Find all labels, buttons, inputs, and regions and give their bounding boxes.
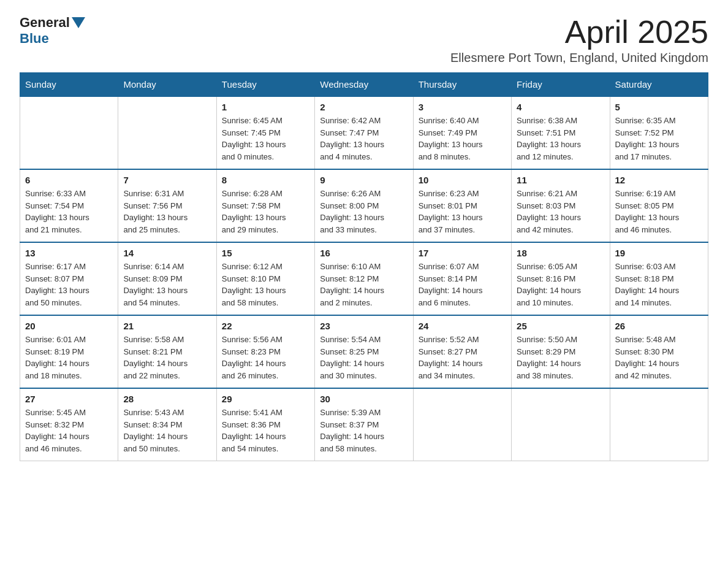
calendar-day-cell: 16Sunrise: 6:10 AM Sunset: 8:12 PM Dayli… [315, 242, 413, 315]
day-info: Sunrise: 6:17 AM Sunset: 8:07 PM Dayligh… [25, 261, 113, 308]
calendar-empty-cell [118, 96, 216, 169]
day-number: 28 [123, 394, 211, 404]
logo-arrow-icon [72, 17, 85, 28]
day-number: 2 [320, 102, 408, 112]
day-info: Sunrise: 6:01 AM Sunset: 8:19 PM Dayligh… [25, 334, 113, 381]
day-number: 21 [123, 321, 211, 331]
calendar-col-header-tuesday: Tuesday [216, 73, 314, 97]
logo-general-text: General [20, 15, 70, 31]
calendar-day-cell: 10Sunrise: 6:23 AM Sunset: 8:01 PM Dayli… [413, 169, 511, 242]
calendar-empty-cell [413, 388, 511, 461]
day-info: Sunrise: 5:58 AM Sunset: 8:21 PM Dayligh… [123, 334, 211, 381]
calendar-day-cell: 5Sunrise: 6:35 AM Sunset: 7:52 PM Daylig… [610, 96, 708, 169]
day-info: Sunrise: 5:50 AM Sunset: 8:29 PM Dayligh… [517, 334, 604, 381]
day-info: Sunrise: 6:42 AM Sunset: 7:47 PM Dayligh… [320, 115, 408, 163]
calendar-day-cell: 29Sunrise: 5:41 AM Sunset: 8:36 PM Dayli… [216, 388, 314, 461]
day-number: 4 [517, 102, 604, 112]
calendar-day-cell: 15Sunrise: 6:12 AM Sunset: 8:10 PM Dayli… [216, 242, 314, 315]
day-info: Sunrise: 6:31 AM Sunset: 7:56 PM Dayligh… [123, 188, 211, 236]
calendar-day-cell: 30Sunrise: 5:39 AM Sunset: 8:37 PM Dayli… [315, 388, 413, 461]
calendar-col-header-monday: Monday [118, 73, 216, 97]
day-info: Sunrise: 6:10 AM Sunset: 8:12 PM Dayligh… [320, 261, 408, 308]
day-info: Sunrise: 6:26 AM Sunset: 8:00 PM Dayligh… [320, 188, 408, 236]
calendar-col-header-saturday: Saturday [610, 73, 708, 97]
calendar-day-cell: 28Sunrise: 5:43 AM Sunset: 8:34 PM Dayli… [118, 388, 216, 461]
calendar-day-cell: 25Sunrise: 5:50 AM Sunset: 8:29 PM Dayli… [512, 315, 610, 388]
day-info: Sunrise: 5:39 AM Sunset: 8:37 PM Dayligh… [320, 407, 408, 454]
day-number: 14 [123, 248, 211, 258]
day-number: 20 [25, 321, 113, 331]
day-info: Sunrise: 5:45 AM Sunset: 8:32 PM Dayligh… [25, 407, 113, 454]
calendar-empty-cell [512, 388, 610, 461]
calendar-col-header-sunday: Sunday [20, 73, 118, 97]
day-info: Sunrise: 6:35 AM Sunset: 7:52 PM Dayligh… [615, 115, 703, 163]
day-info: Sunrise: 6:05 AM Sunset: 8:16 PM Dayligh… [517, 261, 604, 308]
day-info: Sunrise: 6:40 AM Sunset: 7:49 PM Dayligh… [419, 115, 506, 163]
day-number: 17 [419, 248, 506, 258]
calendar-day-cell: 18Sunrise: 6:05 AM Sunset: 8:16 PM Dayli… [512, 242, 610, 315]
day-info: Sunrise: 5:48 AM Sunset: 8:30 PM Dayligh… [615, 334, 703, 381]
calendar-day-cell: 3Sunrise: 6:40 AM Sunset: 7:49 PM Daylig… [413, 96, 511, 169]
day-info: Sunrise: 6:07 AM Sunset: 8:14 PM Dayligh… [419, 261, 506, 308]
day-info: Sunrise: 6:12 AM Sunset: 8:10 PM Dayligh… [222, 261, 309, 308]
calendar-day-cell: 14Sunrise: 6:14 AM Sunset: 8:09 PM Dayli… [118, 242, 216, 315]
calendar-day-cell: 12Sunrise: 6:19 AM Sunset: 8:05 PM Dayli… [610, 169, 708, 242]
day-number: 6 [25, 175, 113, 185]
day-info: Sunrise: 5:43 AM Sunset: 8:34 PM Dayligh… [123, 407, 211, 454]
calendar-week-row: 27Sunrise: 5:45 AM Sunset: 8:32 PM Dayli… [20, 388, 708, 461]
day-number: 5 [615, 102, 703, 112]
calendar-day-cell: 24Sunrise: 5:52 AM Sunset: 8:27 PM Dayli… [413, 315, 511, 388]
day-number: 9 [320, 175, 408, 185]
calendar-col-header-friday: Friday [512, 73, 610, 97]
calendar-week-row: 13Sunrise: 6:17 AM Sunset: 8:07 PM Dayli… [20, 242, 708, 315]
day-number: 8 [222, 175, 309, 185]
day-number: 23 [320, 321, 408, 331]
day-number: 3 [419, 102, 506, 112]
calendar-col-header-thursday: Thursday [413, 73, 511, 97]
calendar-day-cell: 9Sunrise: 6:26 AM Sunset: 8:00 PM Daylig… [315, 169, 413, 242]
calendar-day-cell: 17Sunrise: 6:07 AM Sunset: 8:14 PM Dayli… [413, 242, 511, 315]
title-block: April 2025 Ellesmere Port Town, England,… [450, 15, 708, 65]
day-number: 7 [123, 175, 211, 185]
day-info: Sunrise: 6:23 AM Sunset: 8:01 PM Dayligh… [419, 188, 506, 236]
logo-blue-text: Blue [20, 31, 49, 46]
calendar-day-cell: 22Sunrise: 5:56 AM Sunset: 8:23 PM Dayli… [216, 315, 314, 388]
day-number: 18 [517, 248, 604, 258]
day-number: 27 [25, 394, 113, 404]
day-info: Sunrise: 5:56 AM Sunset: 8:23 PM Dayligh… [222, 334, 309, 381]
day-number: 22 [222, 321, 309, 331]
day-number: 30 [320, 394, 408, 404]
calendar-day-cell: 26Sunrise: 5:48 AM Sunset: 8:30 PM Dayli… [610, 315, 708, 388]
calendar-day-cell: 6Sunrise: 6:33 AM Sunset: 7:54 PM Daylig… [20, 169, 118, 242]
day-number: 19 [615, 248, 703, 258]
calendar-week-row: 1Sunrise: 6:45 AM Sunset: 7:45 PM Daylig… [20, 96, 708, 169]
calendar-day-cell: 19Sunrise: 6:03 AM Sunset: 8:18 PM Dayli… [610, 242, 708, 315]
calendar-header-row: SundayMondayTuesdayWednesdayThursdayFrid… [20, 73, 708, 97]
day-number: 16 [320, 248, 408, 258]
day-number: 13 [25, 248, 113, 258]
day-info: Sunrise: 6:38 AM Sunset: 7:51 PM Dayligh… [517, 115, 604, 163]
day-number: 25 [517, 321, 604, 331]
day-info: Sunrise: 6:33 AM Sunset: 7:54 PM Dayligh… [25, 188, 113, 236]
page-header: General Blue April 2025 Ellesmere Port T… [20, 15, 708, 65]
location-subtitle: Ellesmere Port Town, England, United Kin… [450, 51, 708, 65]
calendar-day-cell: 11Sunrise: 6:21 AM Sunset: 8:03 PM Dayli… [512, 169, 610, 242]
calendar-empty-cell [610, 388, 708, 461]
calendar-week-row: 6Sunrise: 6:33 AM Sunset: 7:54 PM Daylig… [20, 169, 708, 242]
calendar-table: SundayMondayTuesdayWednesdayThursdayFrid… [20, 72, 708, 461]
day-number: 1 [222, 102, 309, 112]
calendar-day-cell: 2Sunrise: 6:42 AM Sunset: 7:47 PM Daylig… [315, 96, 413, 169]
day-info: Sunrise: 5:54 AM Sunset: 8:25 PM Dayligh… [320, 334, 408, 381]
day-info: Sunrise: 6:14 AM Sunset: 8:09 PM Dayligh… [123, 261, 211, 308]
calendar-day-cell: 4Sunrise: 6:38 AM Sunset: 7:51 PM Daylig… [512, 96, 610, 169]
day-number: 15 [222, 248, 309, 258]
day-info: Sunrise: 6:19 AM Sunset: 8:05 PM Dayligh… [615, 188, 703, 236]
calendar-col-header-wednesday: Wednesday [315, 73, 413, 97]
calendar-week-row: 20Sunrise: 6:01 AM Sunset: 8:19 PM Dayli… [20, 315, 708, 388]
calendar-day-cell: 23Sunrise: 5:54 AM Sunset: 8:25 PM Dayli… [315, 315, 413, 388]
calendar-empty-cell [20, 96, 118, 169]
day-number: 10 [419, 175, 506, 185]
day-number: 29 [222, 394, 309, 404]
calendar-day-cell: 1Sunrise: 6:45 AM Sunset: 7:45 PM Daylig… [216, 96, 314, 169]
calendar-day-cell: 8Sunrise: 6:28 AM Sunset: 7:58 PM Daylig… [216, 169, 314, 242]
